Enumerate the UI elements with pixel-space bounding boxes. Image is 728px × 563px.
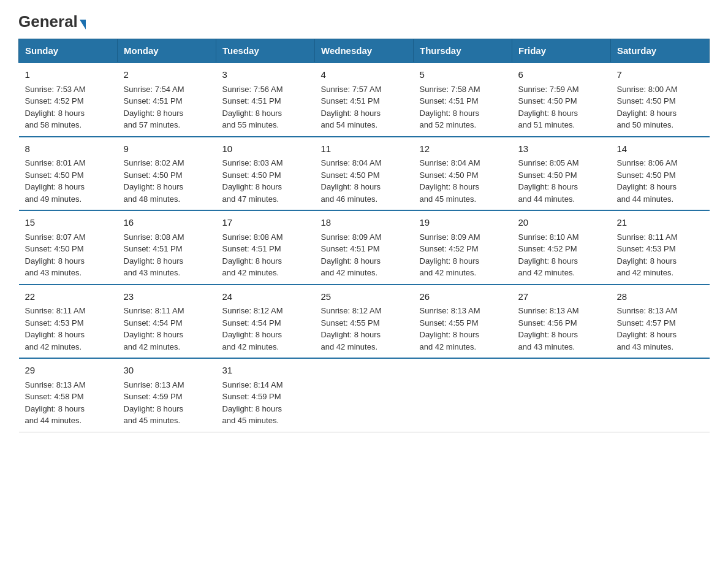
calendar-cell: 30Sunrise: 8:13 AMSunset: 4:59 PMDayligh… bbox=[118, 358, 216, 432]
day-number: 18 bbox=[321, 216, 408, 230]
day-info: Sunrise: 8:13 AMSunset: 4:59 PMDaylight:… bbox=[124, 380, 184, 426]
day-number: 17 bbox=[222, 216, 309, 230]
calendar-week-row: 22Sunrise: 8:11 AMSunset: 4:53 PMDayligh… bbox=[19, 285, 710, 359]
day-info: Sunrise: 8:07 AMSunset: 4:50 PMDaylight:… bbox=[25, 232, 86, 278]
day-info: Sunrise: 8:14 AMSunset: 4:59 PMDaylight:… bbox=[222, 380, 283, 426]
day-info: Sunrise: 8:08 AMSunset: 4:51 PMDaylight:… bbox=[124, 232, 184, 278]
calendar-cell: 5Sunrise: 7:58 AMSunset: 4:51 PMDaylight… bbox=[414, 63, 512, 137]
day-number: 26 bbox=[420, 290, 506, 304]
day-info: Sunrise: 7:53 AMSunset: 4:52 PMDaylight:… bbox=[25, 85, 86, 130]
day-info: Sunrise: 8:02 AMSunset: 4:50 PMDaylight:… bbox=[124, 158, 184, 204]
calendar-cell: 16Sunrise: 8:08 AMSunset: 4:51 PMDayligh… bbox=[118, 210, 216, 285]
calendar-cell: 12Sunrise: 8:04 AMSunset: 4:50 PMDayligh… bbox=[414, 137, 512, 211]
day-number: 7 bbox=[617, 68, 703, 82]
calendar-cell: 20Sunrise: 8:10 AMSunset: 4:52 PMDayligh… bbox=[512, 210, 611, 285]
calendar-header-row: SundayMondayTuesdayWednesdayThursdayFrid… bbox=[19, 39, 710, 63]
calendar-cell bbox=[512, 358, 611, 432]
calendar-cell: 23Sunrise: 8:11 AMSunset: 4:54 PMDayligh… bbox=[118, 285, 216, 359]
page-header: General bbox=[18, 12, 710, 29]
calendar-cell: 7Sunrise: 8:00 AMSunset: 4:50 PMDaylight… bbox=[611, 63, 710, 137]
day-number: 23 bbox=[124, 290, 210, 304]
day-number: 14 bbox=[617, 142, 703, 156]
day-info: Sunrise: 8:04 AMSunset: 4:50 PMDaylight:… bbox=[321, 158, 382, 204]
calendar-cell: 28Sunrise: 8:13 AMSunset: 4:57 PMDayligh… bbox=[611, 285, 710, 359]
calendar-cell: 1Sunrise: 7:53 AMSunset: 4:52 PMDaylight… bbox=[19, 63, 118, 137]
calendar-cell: 3Sunrise: 7:56 AMSunset: 4:51 PMDaylight… bbox=[216, 63, 315, 137]
day-info: Sunrise: 8:13 AMSunset: 4:56 PMDaylight:… bbox=[518, 306, 579, 351]
column-header-friday: Friday bbox=[512, 39, 611, 63]
calendar-cell: 31Sunrise: 8:14 AMSunset: 4:59 PMDayligh… bbox=[216, 358, 315, 432]
calendar-week-row: 8Sunrise: 8:01 AMSunset: 4:50 PMDaylight… bbox=[19, 137, 710, 211]
calendar-cell: 14Sunrise: 8:06 AMSunset: 4:50 PMDayligh… bbox=[611, 137, 710, 211]
calendar-cell: 9Sunrise: 8:02 AMSunset: 4:50 PMDaylight… bbox=[118, 137, 216, 211]
day-info: Sunrise: 8:05 AMSunset: 4:50 PMDaylight:… bbox=[518, 158, 579, 204]
day-number: 8 bbox=[25, 142, 112, 156]
day-info: Sunrise: 8:11 AMSunset: 4:53 PMDaylight:… bbox=[25, 306, 86, 351]
calendar-cell: 17Sunrise: 8:08 AMSunset: 4:51 PMDayligh… bbox=[216, 210, 315, 285]
day-info: Sunrise: 8:13 AMSunset: 4:57 PMDaylight:… bbox=[617, 306, 678, 351]
day-info: Sunrise: 8:09 AMSunset: 4:51 PMDaylight:… bbox=[321, 232, 382, 278]
day-number: 19 bbox=[420, 216, 506, 230]
day-number: 31 bbox=[222, 364, 309, 378]
day-info: Sunrise: 8:01 AMSunset: 4:50 PMDaylight:… bbox=[25, 158, 86, 204]
calendar-cell: 4Sunrise: 7:57 AMSunset: 4:51 PMDaylight… bbox=[315, 63, 414, 137]
day-info: Sunrise: 8:06 AMSunset: 4:50 PMDaylight:… bbox=[617, 158, 678, 204]
calendar-week-row: 15Sunrise: 8:07 AMSunset: 4:50 PMDayligh… bbox=[19, 210, 710, 285]
day-number: 30 bbox=[124, 364, 210, 378]
calendar-table: SundayMondayTuesdayWednesdayThursdayFrid… bbox=[18, 39, 710, 432]
day-number: 15 bbox=[25, 216, 112, 230]
calendar-cell: 21Sunrise: 8:11 AMSunset: 4:53 PMDayligh… bbox=[611, 210, 710, 285]
calendar-week-row: 29Sunrise: 8:13 AMSunset: 4:58 PMDayligh… bbox=[19, 358, 710, 432]
day-number: 27 bbox=[518, 290, 605, 304]
column-header-tuesday: Tuesday bbox=[216, 39, 315, 63]
day-info: Sunrise: 8:11 AMSunset: 4:54 PMDaylight:… bbox=[124, 306, 184, 351]
day-info: Sunrise: 8:11 AMSunset: 4:53 PMDaylight:… bbox=[617, 232, 678, 278]
day-info: Sunrise: 8:03 AMSunset: 4:50 PMDaylight:… bbox=[222, 158, 283, 204]
calendar-cell: 10Sunrise: 8:03 AMSunset: 4:50 PMDayligh… bbox=[216, 137, 315, 211]
logo: General bbox=[18, 12, 86, 29]
day-number: 2 bbox=[124, 68, 210, 82]
day-info: Sunrise: 8:00 AMSunset: 4:50 PMDaylight:… bbox=[617, 85, 678, 130]
day-info: Sunrise: 7:56 AMSunset: 4:51 PMDaylight:… bbox=[222, 85, 283, 130]
calendar-cell: 19Sunrise: 8:09 AMSunset: 4:52 PMDayligh… bbox=[414, 210, 512, 285]
day-number: 21 bbox=[617, 216, 703, 230]
day-info: Sunrise: 8:12 AMSunset: 4:55 PMDaylight:… bbox=[321, 306, 382, 351]
day-info: Sunrise: 8:13 AMSunset: 4:58 PMDaylight:… bbox=[25, 380, 86, 426]
day-info: Sunrise: 7:58 AMSunset: 4:51 PMDaylight:… bbox=[420, 85, 480, 130]
calendar-cell bbox=[611, 358, 710, 432]
day-number: 28 bbox=[617, 290, 703, 304]
column-header-thursday: Thursday bbox=[414, 39, 512, 63]
day-info: Sunrise: 8:10 AMSunset: 4:52 PMDaylight:… bbox=[518, 232, 579, 278]
day-number: 6 bbox=[518, 68, 605, 82]
day-number: 24 bbox=[222, 290, 309, 304]
calendar-cell: 25Sunrise: 8:12 AMSunset: 4:55 PMDayligh… bbox=[315, 285, 414, 359]
day-info: Sunrise: 8:08 AMSunset: 4:51 PMDaylight:… bbox=[222, 232, 283, 278]
calendar-cell: 29Sunrise: 8:13 AMSunset: 4:58 PMDayligh… bbox=[19, 358, 118, 432]
calendar-cell: 27Sunrise: 8:13 AMSunset: 4:56 PMDayligh… bbox=[512, 285, 611, 359]
column-header-wednesday: Wednesday bbox=[315, 39, 414, 63]
day-number: 9 bbox=[124, 142, 210, 156]
calendar-cell: 26Sunrise: 8:13 AMSunset: 4:55 PMDayligh… bbox=[414, 285, 512, 359]
calendar-cell: 6Sunrise: 7:59 AMSunset: 4:50 PMDaylight… bbox=[512, 63, 611, 137]
day-info: Sunrise: 7:57 AMSunset: 4:51 PMDaylight:… bbox=[321, 85, 382, 130]
day-info: Sunrise: 7:54 AMSunset: 4:51 PMDaylight:… bbox=[124, 85, 184, 130]
day-number: 16 bbox=[124, 216, 210, 230]
calendar-cell: 13Sunrise: 8:05 AMSunset: 4:50 PMDayligh… bbox=[512, 137, 611, 211]
day-info: Sunrise: 7:59 AMSunset: 4:50 PMDaylight:… bbox=[518, 85, 579, 130]
calendar-cell: 11Sunrise: 8:04 AMSunset: 4:50 PMDayligh… bbox=[315, 137, 414, 211]
day-number: 13 bbox=[518, 142, 605, 156]
day-number: 4 bbox=[321, 68, 408, 82]
day-number: 12 bbox=[420, 142, 506, 156]
column-header-monday: Monday bbox=[118, 39, 216, 63]
day-info: Sunrise: 8:12 AMSunset: 4:54 PMDaylight:… bbox=[222, 306, 283, 351]
day-number: 25 bbox=[321, 290, 408, 304]
logo-triangle-icon bbox=[80, 20, 86, 29]
day-number: 29 bbox=[25, 364, 112, 378]
calendar-cell bbox=[414, 358, 512, 432]
column-header-sunday: Sunday bbox=[19, 39, 118, 63]
calendar-cell bbox=[315, 358, 414, 432]
calendar-cell: 8Sunrise: 8:01 AMSunset: 4:50 PMDaylight… bbox=[19, 137, 118, 211]
day-number: 11 bbox=[321, 142, 408, 156]
day-info: Sunrise: 8:09 AMSunset: 4:52 PMDaylight:… bbox=[420, 232, 480, 278]
day-info: Sunrise: 8:04 AMSunset: 4:50 PMDaylight:… bbox=[420, 158, 480, 204]
